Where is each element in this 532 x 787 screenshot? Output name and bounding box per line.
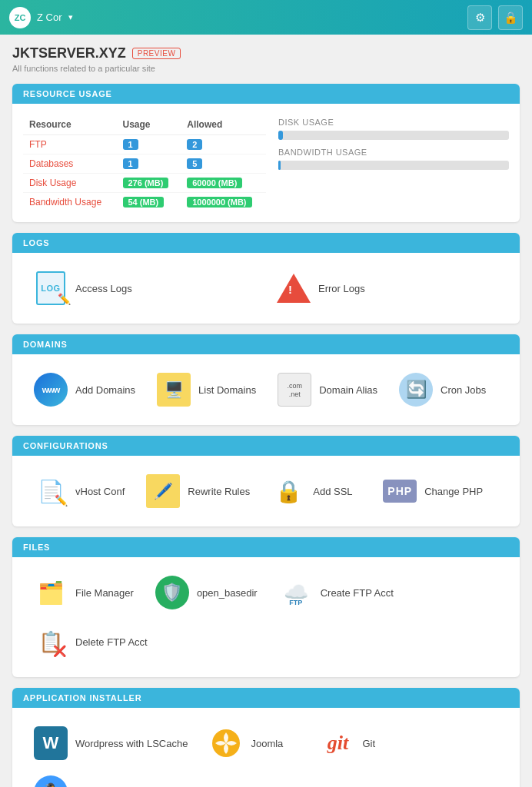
- access-logs-icon: LOG ✏️: [34, 271, 68, 305]
- configurations-row: 📄 ✏️ vHost Conf 🖊️ Rewrite Rules 🔒: [23, 467, 509, 516]
- app-installer-row-2: 🐧 Prestashop: [23, 768, 509, 787]
- resource-label: Databases: [23, 154, 117, 174]
- page-subtitle: All functions related to a particular si…: [12, 64, 520, 73]
- configurations-body: 📄 ✏️ vHost Conf 🖊️ Rewrite Rules 🔒: [12, 456, 520, 526]
- app-installer-card: APPLICATION INSTALLER W Wordpress with L…: [12, 688, 520, 787]
- wordpress-item[interactable]: W Wordpress with LSCache: [23, 719, 198, 768]
- joomla-logo-icon: [209, 726, 243, 760]
- usage-badge: 276 (MB): [123, 178, 169, 188]
- prestashop-item[interactable]: 🐧 Prestashop: [23, 768, 137, 787]
- disk-progress-wrap: [278, 131, 509, 140]
- add-ssl-label: Add SSL: [313, 486, 352, 497]
- table-row: Disk Usage276 (MB)60000 (MB): [23, 174, 266, 193]
- pencil-icon: ✏️: [58, 293, 71, 305]
- file-manager-item[interactable]: 🗂️ File Manager: [23, 568, 145, 617]
- domains-header: DOMAINS: [12, 334, 520, 354]
- create-ftp-label: Create FTP Acct: [321, 587, 394, 599]
- add-domains-icon: www: [34, 373, 68, 407]
- user-avatar: ZC: [9, 7, 31, 28]
- cron-jobs-item[interactable]: 🔄 Cron Jobs: [388, 365, 500, 414]
- create-ftp-item[interactable]: ☁️ FTP Create FTP Acct: [268, 568, 404, 617]
- git-item[interactable]: git Git: [310, 719, 421, 768]
- lock-button[interactable]: 🔒: [498, 5, 523, 30]
- change-php-item[interactable]: PHP Change PHP: [372, 467, 494, 516]
- files-header: FILES: [12, 537, 520, 557]
- add-ssl-icon: 🔒: [271, 474, 305, 508]
- resource-allowed-value: 2: [181, 135, 266, 154]
- app-installer-body: W Wordpress with LSCache: [12, 708, 520, 787]
- domains-body: www Add Domains 🖥️ List Domains .com: [12, 354, 520, 425]
- www-globe-icon: www: [34, 373, 68, 407]
- domain-alias-item[interactable]: .com .net Domain Alias: [267, 365, 388, 414]
- add-domains-label: Add Domains: [75, 384, 135, 396]
- git-icon: git: [321, 726, 354, 760]
- preview-badge: PREVIEW: [132, 48, 181, 59]
- rewrite-rules-label: Rewrite Rules: [188, 486, 250, 497]
- configurations-card: CONFIGURATIONS 📄 ✏️ vHost Conf 🖊️: [12, 436, 520, 526]
- vhost-conf-item[interactable]: 📄 ✏️ vHost Conf: [23, 467, 135, 516]
- rewrite-rules-item[interactable]: 🖊️ Rewrite Rules: [135, 467, 261, 516]
- app-installer-row: W Wordpress with LSCache: [23, 719, 509, 768]
- prestashop-icon: 🐧: [34, 775, 68, 787]
- page-title: JKTSERVER.XYZ: [12, 45, 126, 61]
- joomla-icon: [209, 726, 243, 760]
- error-logs-label: Error Logs: [318, 283, 365, 294]
- list-domains-icon: 🖥️: [157, 373, 191, 407]
- disk-usage-label: DISK USAGE: [278, 118, 509, 127]
- chevron-down-icon: ▾: [68, 12, 73, 22]
- topnav-user-area[interactable]: ZC Z Cor ▾: [9, 7, 73, 28]
- shield-check-icon: 🛡️: [155, 576, 189, 609]
- table-row: Databases15: [23, 154, 266, 174]
- list-domains-item[interactable]: 🖥️ List Domains: [146, 365, 267, 414]
- settings-button[interactable]: ⚙: [467, 5, 492, 30]
- topnav: ZC Z Cor ▾ ⚙ 🔒: [0, 0, 532, 35]
- resource-usage-value: 1: [117, 135, 181, 154]
- ftp-cloud-icon: ☁️ FTP: [279, 576, 313, 609]
- error-logs-item[interactable]: ! Error Logs: [266, 264, 509, 313]
- prestashop-logo-icon: 🐧: [34, 775, 68, 787]
- resource-allowed-value: 1000000 (MB): [181, 193, 266, 212]
- resource-usage-body: Resource Usage Allowed FTP12Databases15D…: [12, 104, 520, 222]
- change-php-icon: PHP: [383, 474, 417, 508]
- access-logs-item[interactable]: LOG ✏️ Access Logs: [23, 264, 266, 313]
- add-ssl-item[interactable]: 🔒 Add SSL: [261, 467, 372, 516]
- files-body: 🗂️ File Manager 🛡️ open_basedir ☁️ FTP: [12, 557, 520, 677]
- resource-usage-value: 54 (MB): [117, 193, 181, 212]
- delete-ftp-item[interactable]: 📋 ❌ Delete FTP Acct: [23, 617, 158, 666]
- joomla-item[interactable]: Joomla: [198, 719, 310, 768]
- open-basedir-item[interactable]: 🛡️ open_basedir: [145, 568, 268, 617]
- usage-badge: 54 (MB): [123, 197, 165, 208]
- list-icon: 🖥️: [157, 373, 191, 407]
- git-logo-icon: git: [328, 732, 348, 755]
- resource-usage-value: 1: [117, 154, 181, 174]
- user-name: Z Cor: [37, 12, 62, 23]
- file-manager-label: File Manager: [75, 587, 134, 599]
- cron-jobs-icon: 🔄: [399, 373, 433, 407]
- logs-header: LOGS: [12, 233, 520, 253]
- resource-usage-value: 276 (MB): [117, 174, 181, 193]
- error-triangle-icon: !: [277, 274, 311, 303]
- delete-ftp-icon: 📋 ❌: [34, 625, 68, 659]
- domain-alias-label: Domain Alias: [319, 384, 377, 396]
- exclamation-icon: !: [288, 283, 292, 296]
- domains-card: DOMAINS www Add Domains 🖥️ List Domains: [12, 334, 520, 425]
- page-content: JKTSERVER.XYZ PREVIEW All functions rela…: [0, 35, 532, 787]
- delete-ftp-label: Delete FTP Acct: [75, 636, 148, 648]
- app-installer-header: APPLICATION INSTALLER: [12, 688, 520, 708]
- disk-progress-fill: [278, 131, 283, 140]
- ftp-delete-icon: 📋 ❌: [34, 625, 68, 659]
- add-domains-item[interactable]: www Add Domains: [23, 365, 146, 414]
- file-manager-icon: 🗂️: [34, 576, 68, 609]
- rewrite-box-icon: 🖊️: [146, 474, 180, 508]
- allowed-badge: 2: [187, 139, 202, 150]
- vhost-conf-icon: 📄 ✏️: [34, 474, 68, 508]
- vhost-conf-label: vHost Conf: [75, 486, 125, 497]
- logs-row: LOG ✏️ Access Logs ! Error Log: [23, 264, 509, 313]
- resource-layout: Resource Usage Allowed FTP12Databases15D…: [23, 115, 509, 211]
- topnav-actions: ⚙ 🔒: [467, 5, 523, 30]
- usage-badge: 1: [123, 158, 138, 169]
- disk-panel: DISK USAGE BANDWIDTH USAGE: [278, 115, 509, 211]
- allowed-badge: 5: [187, 158, 202, 169]
- joomla-label: Joomla: [251, 738, 283, 749]
- cron-jobs-label: Cron Jobs: [441, 384, 486, 396]
